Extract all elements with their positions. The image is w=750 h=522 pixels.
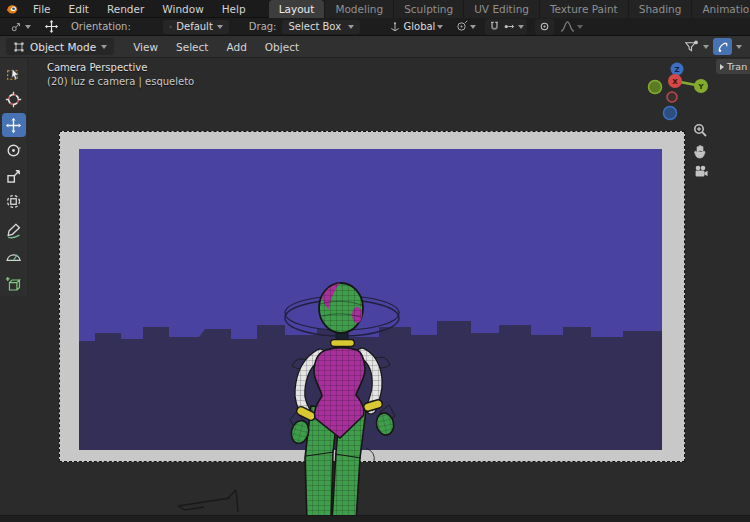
character-model[interactable] — [270, 273, 410, 522]
mode-dropdown[interactable]: Object Mode — [6, 38, 114, 55]
chevron-down-icon — [101, 45, 107, 49]
orientation-dropdown[interactable]: Default — [163, 20, 229, 34]
transform-orientation-dropdown[interactable]: Global — [386, 19, 446, 35]
camera-view-icon[interactable] — [693, 164, 709, 180]
scene-collection-label: (20) luz e camera | esqueleto — [47, 76, 194, 87]
mode-value: Object Mode — [30, 41, 96, 53]
collapse-arrow-icon — [720, 64, 724, 70]
pivot-point-dropdown[interactable] — [452, 19, 479, 35]
svg-text:X: X — [672, 78, 678, 86]
character-head — [319, 283, 363, 333]
workspace-tab-texture-paint[interactable]: Texture Paint — [540, 0, 629, 18]
global-axes-icon — [389, 21, 401, 33]
move-gizmo-icon[interactable] — [44, 19, 59, 34]
menu-file[interactable]: File — [24, 0, 60, 18]
view-name-label: Camera Perspective — [47, 62, 147, 73]
axes-icon — [169, 21, 172, 32]
drag-value: Select Box — [288, 21, 344, 32]
svg-text:Z: Z — [674, 66, 679, 74]
viewport-header-right — [684, 38, 750, 55]
add-menu[interactable]: Add — [217, 41, 255, 53]
orientation-label: Orientation: — [71, 21, 131, 32]
blender-window: File Edit Render Window Help Layout Mode… — [0, 0, 750, 522]
chevron-down-icon — [703, 45, 709, 49]
menu-window[interactable]: Window — [153, 0, 212, 18]
gizmo-axis-z-negative[interactable] — [664, 107, 677, 120]
chevron-down-icon — [217, 25, 223, 29]
orientation-value: Default — [176, 21, 213, 32]
drag-dropdown[interactable]: Select Box — [282, 20, 360, 34]
chevron-down-icon — [348, 25, 354, 29]
gizmo-axis-z[interactable]: Z — [671, 63, 684, 76]
pivot-point-icon — [455, 20, 468, 33]
gizmo-axis-x-negative[interactable] — [667, 92, 677, 102]
snap-target-icon[interactable] — [503, 20, 516, 33]
workspace-tab-modeling[interactable]: Modeling — [325, 0, 394, 18]
active-tool-icon — [9, 20, 23, 34]
object-mode-icon — [13, 41, 25, 53]
menu-help[interactable]: Help — [213, 0, 255, 18]
proportional-editing-icon[interactable] — [538, 20, 551, 33]
workspace-tab-layout[interactable]: Layout — [269, 0, 326, 18]
filter-icon[interactable] — [684, 39, 699, 54]
sidebar-tab-transform[interactable]: Tran — [716, 59, 750, 74]
zoom-control-icon[interactable] — [692, 122, 708, 138]
gizmo-axis-y-negative[interactable] — [649, 81, 662, 94]
chevron-down-icon — [518, 25, 524, 29]
pan-hand-icon[interactable] — [692, 143, 708, 159]
snapping-group — [485, 19, 527, 35]
chevron-down-icon — [736, 45, 742, 49]
workspace-tabs: Layout Modeling Sculpting UV Editing Tex… — [269, 0, 750, 18]
background-object-wireframe — [170, 485, 255, 517]
viewport-header: Object Mode View Select Add Object — [0, 36, 750, 58]
navigation-gizmo: Z X Y — [640, 55, 720, 130]
tool-settings-bar: Orientation: Default Drag: Select Box Gl… — [0, 18, 750, 36]
chevron-down-icon — [25, 25, 31, 29]
editor-bottom-edge — [0, 515, 750, 522]
workspace-tab-shading[interactable]: Shading — [629, 0, 693, 18]
workspace-tab-sculpting[interactable]: Sculpting — [394, 0, 464, 18]
object-menu[interactable]: Object — [256, 41, 308, 53]
select-menu[interactable]: Select — [167, 41, 217, 53]
blender-logo-icon — [5, 2, 18, 15]
chevron-down-icon — [470, 25, 476, 29]
workspace-tab-animation[interactable]: Animation — [692, 0, 750, 18]
sidebar-tab-label: Tran — [727, 59, 747, 74]
transform-orientation-value: Global — [403, 21, 435, 32]
falloff-curve-icon[interactable] — [560, 20, 575, 33]
active-tool-options-dropdown[interactable] — [6, 19, 34, 35]
view-menu[interactable]: View — [124, 41, 167, 53]
top-menubar: File Edit Render Window Help Layout Mode… — [0, 0, 750, 18]
drag-label: Drag: — [249, 21, 277, 32]
snap-magnet-icon[interactable] — [488, 20, 501, 33]
workspace-tab-uv-editing[interactable]: UV Editing — [464, 0, 540, 18]
gizmos-toggle-button[interactable] — [713, 38, 732, 55]
menu-edit[interactable]: Edit — [60, 0, 98, 18]
svg-text:Y: Y — [697, 83, 704, 91]
menu-render[interactable]: Render — [98, 0, 153, 18]
proportional-editing-group — [535, 19, 554, 35]
chevron-down-icon — [437, 25, 443, 29]
chevron-down-icon — [577, 25, 583, 29]
gizmo-axis-y[interactable]: Y — [694, 79, 708, 93]
gizmos-icon — [717, 41, 729, 53]
gizmo-axis-x[interactable]: X — [668, 74, 682, 88]
